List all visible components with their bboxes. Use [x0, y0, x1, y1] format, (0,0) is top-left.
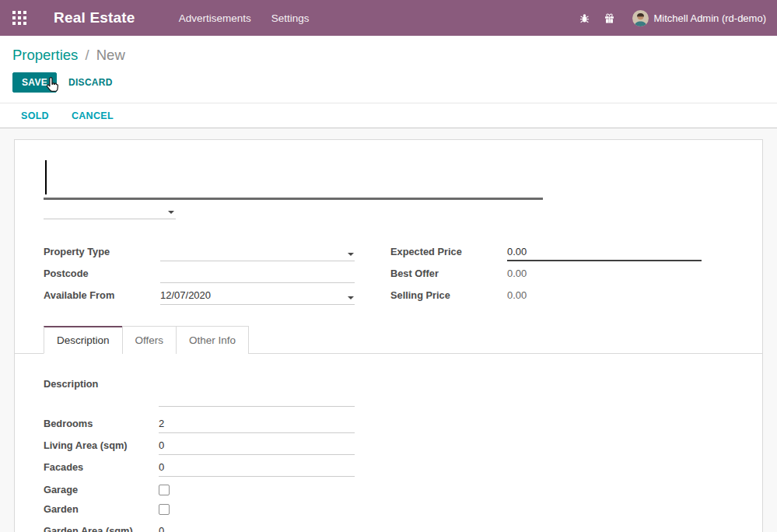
garage-checkbox[interactable] — [159, 485, 170, 495]
field-description-text — [44, 390, 731, 407]
breadcrumb: Properties / New — [12, 45, 765, 65]
description-text-input[interactable] — [159, 390, 355, 407]
text-cursor-caret — [45, 160, 47, 194]
selling-price-value: 0.00 — [507, 289, 527, 305]
chevron-down-icon — [168, 211, 174, 214]
field-grid: Property Type Postcode Available From — [44, 240, 731, 305]
sold-button[interactable]: SOLD — [21, 110, 49, 121]
garden-area-input[interactable] — [159, 523, 355, 532]
apps-grid-icon[interactable] — [12, 11, 26, 25]
gift-icon[interactable] — [604, 12, 615, 24]
app-title: Real Estate — [54, 9, 135, 26]
action-buttons: SAVE DISCARD — [12, 72, 765, 93]
living-area-label: Living Area (sqm) — [44, 439, 159, 455]
description-section-label: Description — [44, 378, 731, 390]
facades-label: Facades — [44, 461, 159, 477]
tags-input[interactable] — [44, 205, 176, 219]
garden-area-label: Garden Area (sqm) — [44, 525, 159, 532]
garden-checkbox[interactable] — [159, 504, 170, 515]
expected-price-input[interactable] — [507, 244, 702, 261]
field-postcode: Postcode — [44, 261, 355, 283]
menu-advertisements[interactable]: Advertisements — [179, 12, 251, 24]
breadcrumb-properties-link[interactable]: Properties — [12, 47, 78, 63]
garden-label: Garden — [44, 503, 159, 515]
form-sheet: Property Type Postcode Available From — [14, 139, 763, 532]
selling-price-label: Selling Price — [390, 289, 507, 305]
property-type-label: Property Type — [44, 246, 160, 261]
breadcrumb-separator: / — [82, 47, 92, 63]
bedrooms-input[interactable] — [159, 416, 355, 433]
bedrooms-label: Bedrooms — [44, 418, 159, 433]
field-property-type: Property Type — [44, 240, 355, 261]
best-offer-value: 0.00 — [507, 268, 527, 283]
property-type-select[interactable] — [160, 244, 355, 261]
bug-icon[interactable] — [579, 12, 590, 24]
field-garden-area: Garden Area (sqm) — [44, 519, 731, 532]
tab-other-info[interactable]: Other Info — [176, 326, 249, 354]
chevron-down-icon[interactable] — [348, 296, 354, 299]
menu-settings[interactable]: Settings — [271, 12, 310, 24]
facades-input[interactable] — [159, 460, 355, 477]
tab-offers[interactable]: Offers — [122, 326, 177, 354]
user-name: Mitchell Admin (rd-demo) — [654, 12, 767, 24]
statusbar: SOLD CANCEL — [0, 103, 777, 128]
tab-description[interactable]: Description — [44, 326, 123, 354]
top-navbar: Real Estate Advertisements Settings — [0, 0, 777, 36]
notebook-tabs: Description Offers Other Info — [15, 326, 762, 354]
field-facades: Facades — [44, 455, 731, 477]
available-from-date-input[interactable] — [160, 288, 355, 305]
field-selling-price: Selling Price 0.00 — [390, 283, 702, 305]
field-living-area: Living Area (sqm) — [44, 433, 731, 455]
field-expected-price: Expected Price — [390, 240, 702, 261]
field-bedrooms: Bedrooms — [44, 411, 731, 433]
user-menu[interactable]: Mitchell Admin (rd-demo) — [632, 10, 767, 26]
discard-button[interactable]: DISCARD — [68, 77, 113, 88]
postcode-input[interactable] — [160, 266, 355, 283]
right-field-column: Expected Price Best Offer 0.00 Selling P… — [390, 240, 702, 305]
best-offer-label: Best Offer — [390, 268, 507, 283]
garage-label: Garage — [44, 484, 159, 495]
field-garden: Garden — [44, 499, 731, 519]
navbar-right: Mitchell Admin (rd-demo) — [565, 10, 767, 26]
field-best-offer: Best Offer 0.00 — [390, 261, 702, 283]
main-menu: Advertisements Settings — [179, 12, 310, 24]
field-garage: Garage — [44, 480, 731, 499]
field-available-from: Available From — [44, 283, 355, 305]
description-tab-pane: Description Bedrooms Living Area (sqm) F… — [44, 354, 731, 532]
chevron-down-icon[interactable] — [348, 253, 354, 256]
breadcrumb-current: New — [96, 47, 125, 63]
avatar — [632, 10, 649, 26]
save-button[interactable]: SAVE — [12, 72, 57, 93]
control-panel: Properties / New SAVE DISCARD — [0, 36, 777, 103]
available-from-label: Available From — [44, 289, 160, 305]
living-area-input[interactable] — [159, 438, 355, 455]
content-area: Property Type Postcode Available From — [0, 128, 777, 532]
property-name-input[interactable] — [44, 159, 543, 200]
expected-price-label: Expected Price — [390, 246, 507, 261]
cancel-button[interactable]: CANCEL — [72, 110, 114, 121]
left-field-column: Property Type Postcode Available From — [44, 240, 355, 305]
postcode-label: Postcode — [44, 268, 160, 283]
